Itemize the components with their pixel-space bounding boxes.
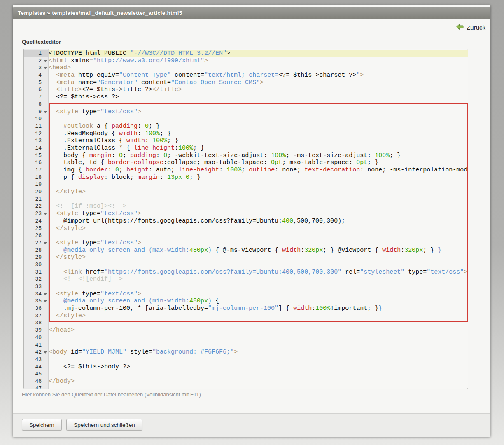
code-line [49, 356, 468, 363]
code-line [49, 334, 468, 342]
code-line [49, 283, 468, 290]
code-area[interactable]: <!DOCTYPE html PUBLIC "-//W3C//DTD HTML … [49, 49, 468, 389]
code-line: .ExternalClass * { line-height:100%; } [49, 145, 468, 152]
gutter-row: 4 [24, 72, 48, 79]
code-line: <body id="YIELD_MJML" style="background:… [49, 349, 468, 356]
code-line: <?= $this->css ?> [49, 94, 468, 101]
code-line: <!--<![endif]--> [49, 276, 468, 283]
gutter-row: 22 [24, 203, 48, 210]
code-line: </head> [49, 327, 468, 334]
gutter-row: 33 [24, 283, 48, 290]
code-line: img { border: 0; height: auto; line-heig… [49, 166, 468, 174]
fold-arrow-icon[interactable] [44, 300, 47, 302]
code-line: <html xmlns="http://www.w3.org/1999/xhtm… [49, 57, 468, 65]
gutter-row: 17 [24, 166, 48, 174]
gutter-row: 41 [24, 342, 48, 349]
gutter-row[interactable]: 9 [24, 108, 48, 116]
gutter-row: 43 [24, 356, 48, 363]
footer-bar: Speichern Speichern und schließen [13, 413, 490, 437]
fold-arrow-icon[interactable] [44, 111, 47, 113]
gutter-row: 1 [24, 50, 48, 57]
code-line: <meta name="Generator" content="Contao O… [49, 79, 468, 87]
code-line: <title><?= $this->title ?></title> [49, 86, 468, 94]
gutter-row[interactable]: 35 [24, 297, 48, 305]
gutter-row: 21 [24, 196, 48, 203]
save-and-close-button[interactable]: Speichern und schließen [66, 419, 142, 431]
gutter-row: 11 [24, 123, 48, 130]
gutter-row: 39 [24, 327, 48, 334]
code-line [49, 385, 468, 389]
code-line [49, 196, 468, 203]
code-line [49, 232, 468, 239]
gutter[interactable]: 1234567891011121314151617181920212223242… [24, 49, 49, 389]
code-line: @media only screen and (max-width:480px)… [49, 247, 468, 254]
fold-arrow-icon[interactable] [44, 67, 47, 69]
gutter-row: 19 [24, 181, 48, 188]
code-line: <style type="text/css"> [49, 108, 468, 116]
fold-arrow-icon[interactable] [44, 293, 47, 295]
gutter-row[interactable]: 42 [24, 349, 48, 356]
back-link[interactable]: Zurück [456, 24, 485, 31]
code-line: .ReadMsgBody { width: 100%; } [49, 130, 468, 138]
gutter-row: 7 [24, 94, 48, 101]
fold-arrow-icon[interactable] [44, 351, 47, 354]
gutter-row: 31 [24, 269, 48, 276]
gutter-row: 18 [24, 174, 48, 181]
code-line: <meta http-equiv="Content-Type" content=… [49, 72, 468, 79]
gutter-row: 12 [24, 130, 48, 138]
code-line: <style type="text/css"> [49, 239, 468, 247]
code-line: </body> [49, 378, 468, 385]
gutter-row: 25 [24, 225, 48, 232]
code-line: @import url(https://fonts.googleapis.com… [49, 218, 468, 225]
section-title: Quelltexteditor [22, 39, 61, 45]
page-background: Templates » templates/mail_default_newsl… [0, 0, 504, 445]
save-button[interactable]: Speichern [22, 419, 62, 431]
help-text: Hier können Sie den Quelltext der Datei … [22, 391, 202, 398]
code-line: <?= $this->body ?> [49, 363, 468, 371]
code-line: <style type="text/css"> [49, 290, 468, 298]
gutter-row: 47 [24, 385, 48, 389]
back-label: Zurück [467, 24, 485, 31]
code-line: <!--[if !mso]><!--> [49, 203, 468, 210]
gutter-row: 44 [24, 363, 48, 371]
fold-arrow-icon[interactable] [44, 242, 47, 244]
gutter-row[interactable]: 23 [24, 210, 48, 218]
code-line: </style> [49, 312, 468, 320]
gutter-row: 10 [24, 115, 48, 123]
gutter-row[interactable]: 3 [24, 64, 48, 72]
code-line: body { margin: 0; padding: 0; -webkit-te… [49, 152, 468, 159]
gutter-row: 8 [24, 101, 48, 108]
code-line: <head> [49, 64, 468, 72]
code-line: <style type="text/css"> [49, 210, 468, 218]
code-line: .ExternalClass { width: 100%; } [49, 137, 468, 145]
code-line: <link href="https://fonts.googleapis.com… [49, 269, 468, 276]
gutter-row: 5 [24, 79, 48, 87]
gutter-row[interactable]: 2 [24, 57, 48, 65]
green-left-arrow-icon [456, 24, 464, 31]
gutter-row: 26 [24, 232, 48, 239]
code-line: .mj-column-per-100, * [aria-labelledby="… [49, 305, 468, 312]
fold-arrow-icon[interactable] [44, 213, 47, 215]
gutter-row: 6 [24, 86, 48, 94]
gutter-row: 45 [24, 370, 48, 378]
code-line [49, 181, 468, 188]
gutter-row: 32 [24, 276, 48, 283]
fold-arrow-icon[interactable] [44, 60, 47, 62]
code-line [49, 115, 468, 123]
code-line [49, 370, 468, 378]
gutter-row: 36 [24, 305, 48, 312]
code-line [49, 342, 468, 349]
gutter-row: 37 [24, 312, 48, 320]
gutter-row: 40 [24, 334, 48, 342]
code-line: table, td { border-collapse:collapse; ms… [49, 159, 468, 166]
gutter-row: 16 [24, 159, 48, 166]
code-line: #outlook a { padding: 0; } [49, 123, 468, 130]
code-line: </style> [49, 225, 468, 232]
gutter-row[interactable]: 34 [24, 290, 48, 298]
gutter-row: 13 [24, 137, 48, 145]
gutter-row[interactable]: 27 [24, 239, 48, 247]
code-line [49, 261, 468, 269]
gutter-row: 24 [24, 218, 48, 225]
code-editor[interactable]: 1234567891011121314151617181920212223242… [23, 49, 468, 389]
code-line [49, 319, 468, 327]
